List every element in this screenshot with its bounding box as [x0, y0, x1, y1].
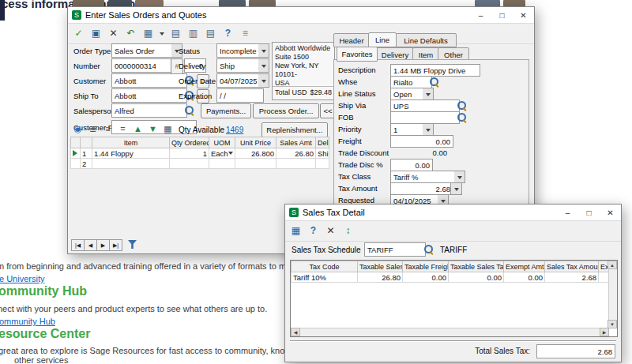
help-icon[interactable]: ?	[306, 223, 321, 238]
status-select[interactable]: Incomplete	[216, 43, 264, 58]
outline-icon[interactable]: =	[116, 122, 130, 135]
sales-amt-cell[interactable]	[276, 159, 316, 169]
maximize-button[interactable]: □	[578, 205, 600, 220]
expiration-input[interactable]: / /	[216, 88, 264, 103]
sales-amt-cell[interactable]: 26.80	[276, 148, 316, 159]
unit-price-cell[interactable]: 26.800	[235, 148, 276, 159]
payments-button[interactable]: Payments...	[201, 103, 251, 118]
tax-class-select[interactable]: Tariff %	[390, 171, 460, 183]
scroll-left-icon[interactable]: ◀	[291, 328, 300, 336]
salesperson-lookup-icon[interactable]	[183, 104, 195, 116]
filter-icon[interactable]	[128, 240, 137, 249]
sage-university-link[interactable]: e University	[0, 274, 44, 283]
qty-cell[interactable]: 1	[170, 148, 209, 159]
uom-cell[interactable]	[209, 159, 235, 169]
taxable-sales-tax-cell[interactable]: 0.00	[449, 272, 504, 283]
uom-dropdown-icon[interactable]	[228, 152, 233, 157]
schedule-lookup-icon[interactable]	[423, 243, 434, 255]
undo-icon[interactable]: ↶	[123, 26, 138, 40]
nav-prev-button[interactable]: ◀	[84, 239, 97, 251]
trade-disc-pct-input[interactable]: 0.00	[390, 159, 433, 171]
move-row-up-icon[interactable]: ▲	[131, 122, 145, 135]
sales-tax-schedule-input[interactable]: TARIFF	[364, 242, 426, 257]
sales-order-titlebar[interactable]: S Enter Sales Orders and Quotes – □ ✕	[68, 7, 534, 24]
extra-cell[interactable]	[599, 272, 609, 283]
scroll-right-icon[interactable]: ▶	[600, 328, 609, 336]
tax-titlebar[interactable]: S Sales Tax Detail – □ ✕	[285, 205, 621, 221]
row-selector-cell[interactable]	[71, 159, 81, 169]
salesperson-input[interactable]: Alfred	[111, 103, 187, 118]
ship-to-input[interactable]: Abbott	[111, 88, 187, 103]
sort-icon[interactable]: ↕	[340, 223, 356, 238]
grid-row[interactable]: 2	[71, 159, 329, 169]
replenishment-button[interactable]: Replenishment...	[261, 122, 328, 137]
tax-class-dropdown-icon[interactable]	[454, 171, 465, 183]
copy-icon[interactable]: ▥	[186, 26, 201, 40]
globe-icon[interactable]: ◉	[71, 122, 85, 135]
tax-grid-row[interactable]: Tariff 10% 26.80 0.00 0.00 0.00 2.68	[292, 272, 609, 283]
taxable-sales-cell[interactable]: 26.80	[358, 272, 403, 283]
save-icon[interactable]: ▣	[88, 26, 103, 40]
tab-line[interactable]: Line	[368, 32, 397, 47]
row-number-cell[interactable]: 2	[81, 159, 92, 169]
minimize-button[interactable]: –	[557, 205, 578, 220]
fob-lookup-icon[interactable]	[456, 111, 468, 123]
delivery-cell[interactable]: Ship	[316, 148, 329, 159]
number-input[interactable]: 0000000314	[111, 58, 175, 73]
customer-input[interactable]: Abbott	[111, 73, 187, 88]
ship-via-lookup-icon[interactable]	[456, 99, 468, 111]
move-row-down-icon[interactable]: ▼	[146, 122, 160, 135]
expand-rows-icon[interactable]: ≣	[86, 122, 100, 135]
tax-code-cell[interactable]: Tariff 10%	[292, 272, 358, 283]
whse-input[interactable]: Rialto	[390, 76, 432, 88]
order-type-select[interactable]: Sales Order	[111, 43, 177, 58]
delete-icon[interactable]: ✕	[323, 223, 338, 238]
order-date-input[interactable]: 04/07/2025	[216, 73, 264, 88]
tax-amount-detail-icon[interactable]	[450, 182, 462, 195]
freight-input[interactable]: 0.00	[390, 135, 453, 148]
delivery-select[interactable]: Ship	[216, 58, 264, 73]
item-cell[interactable]: 1.44 Floppy	[92, 148, 170, 159]
line-status-dropdown-icon[interactable]	[423, 88, 434, 100]
accept-icon[interactable]: ✓	[71, 26, 86, 40]
nav-first-button[interactable]: |◀	[71, 239, 85, 251]
minimize-button[interactable]: –	[470, 7, 491, 23]
preview-icon[interactable]: ▤	[168, 26, 183, 40]
scroll-up-icon[interactable]: ▲	[608, 261, 617, 269]
maximize-button[interactable]: □	[491, 7, 513, 23]
order-date-dropdown-icon[interactable]	[258, 73, 269, 88]
close-button[interactable]: ✕	[600, 205, 621, 220]
sales-tax-amount-cell[interactable]: 2.68	[545, 272, 599, 283]
help-icon[interactable]: ?	[220, 26, 235, 40]
process-order-button[interactable]: Process Order...	[253, 103, 319, 118]
item-cell[interactable]	[92, 159, 170, 169]
taxable-freight-cell[interactable]: 0.00	[403, 272, 449, 283]
vertical-scrollbar[interactable]: ▲ ▼	[608, 261, 617, 328]
tax-amount-input[interactable]: 2.68	[390, 182, 453, 195]
community-hub-link[interactable]: ommunity Hub	[0, 317, 55, 326]
grid-row[interactable]: 1 1.44 Floppy 1 Each 26.800 26.80 Ship	[71, 148, 329, 159]
paste-icon[interactable]: ▤	[203, 26, 218, 40]
nav-next-button[interactable]: ▶	[96, 239, 110, 251]
delivery-dropdown-icon[interactable]	[258, 58, 269, 73]
tab-line-defaults[interactable]: Line Defaults	[395, 33, 457, 47]
close-button[interactable]: ✕	[513, 7, 534, 23]
delete-icon[interactable]: ✕	[106, 26, 121, 40]
worksheet-icon[interactable]: ▦	[288, 223, 303, 238]
tab-header[interactable]: Header	[333, 33, 370, 47]
status-dropdown-icon[interactable]	[258, 43, 269, 58]
row-selector-cell[interactable]	[71, 148, 81, 159]
grid-print-icon[interactable]: ▦	[161, 122, 175, 135]
nav-last-button[interactable]: ▶|	[109, 239, 122, 251]
memo-icon[interactable]: ≡	[238, 26, 253, 40]
whse-lookup-icon[interactable]	[428, 76, 440, 88]
qty-available-link[interactable]: 1469	[226, 126, 243, 134]
delivery-cell[interactable]	[316, 159, 329, 169]
priority-dropdown-icon[interactable]	[423, 123, 434, 136]
print-icon[interactable]: ▦	[141, 26, 156, 40]
subtab-favorites[interactable]: Favorites	[337, 47, 378, 62]
uom-cell[interactable]: Each	[209, 148, 235, 159]
description-input[interactable]: 1.44 MB Floppy Drive	[390, 64, 480, 77]
horizontal-scrollbar[interactable]: ◀ ▶	[291, 328, 609, 336]
unit-price-cell[interactable]	[235, 159, 276, 169]
